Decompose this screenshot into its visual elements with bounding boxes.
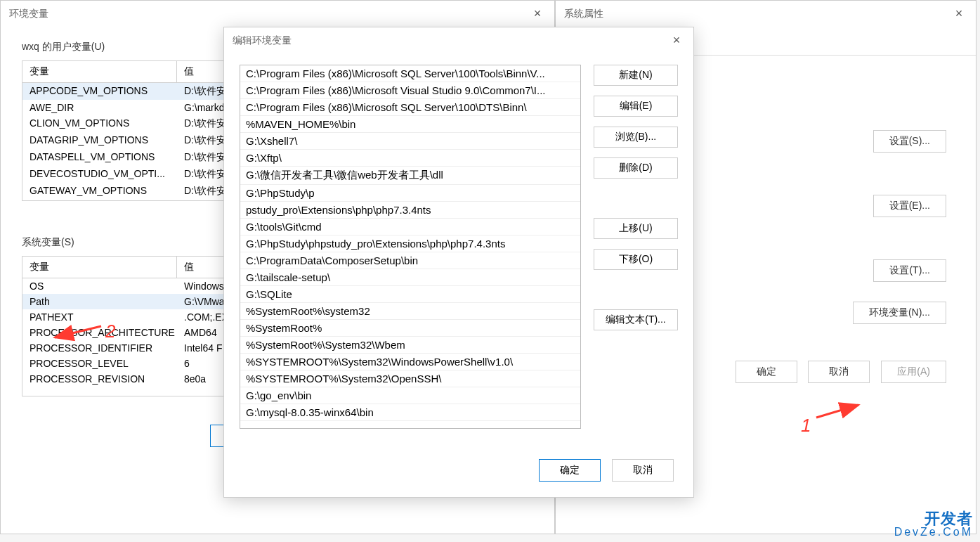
new-button[interactable]: 新建(N) xyxy=(594,65,678,86)
ok-button[interactable]: 确定 xyxy=(736,361,797,383)
sysprops-title: 系统属性 xyxy=(564,8,603,20)
var-name: DATAGRIP_VM_OPTIONS xyxy=(22,132,177,149)
col-variable: 变量 xyxy=(22,61,177,82)
path-item[interactable]: %SystemRoot%\system32 xyxy=(240,303,580,320)
move-down-button[interactable]: 下移(O) xyxy=(594,249,678,270)
path-item[interactable]: C:\ProgramData\ComposerSetup\bin xyxy=(240,252,580,269)
path-item[interactable]: G:\tools\Git\cmd xyxy=(240,219,580,235)
close-icon[interactable]: × xyxy=(950,6,967,21)
edit-button[interactable]: 编辑(E) xyxy=(594,96,678,117)
var-name: CLION_VM_OPTIONS xyxy=(22,115,177,132)
var-name: PROCESSOR_ARCHITECTURE xyxy=(22,325,177,340)
path-item[interactable]: G:\PhpStudy\phpstudy_pro\Extensions\php\… xyxy=(240,235,580,252)
var-name: Path xyxy=(22,294,177,309)
env-vars-title: 环境变量 xyxy=(9,8,48,20)
sysprops-titlebar: 系统属性 × xyxy=(556,1,976,27)
path-item[interactable]: %SYSTEMROOT%\System32\WindowsPowerShell\… xyxy=(240,354,580,370)
path-item[interactable]: G:\SQLite xyxy=(240,286,580,303)
path-item[interactable]: C:\Program Files (x86)\Microsoft SQL Ser… xyxy=(240,99,580,116)
path-item[interactable]: G:\tailscale-setup\ xyxy=(240,269,580,286)
path-item[interactable]: G:\go_env\bin xyxy=(240,387,580,404)
watermark-line1: 开发者 xyxy=(894,511,973,527)
path-item[interactable]: G:\PhpStudy\p xyxy=(240,185,580,202)
env-vars-button[interactable]: 环境变量(N)... xyxy=(853,302,946,324)
editvar-side-buttons: 新建(N) 编辑(E) 浏览(B)... 删除(D) 上移(U) 下移(O) 编… xyxy=(594,65,678,429)
edit-text-button[interactable]: 编辑文本(T)... xyxy=(594,309,678,330)
var-name: AWE_DIR xyxy=(22,100,177,115)
settings-e-button[interactable]: 设置(E)... xyxy=(873,195,946,217)
cancel-button[interactable]: 取消 xyxy=(808,361,870,383)
path-item[interactable]: %SYSTEMROOT%\System32\OpenSSH\ xyxy=(240,370,580,387)
var-name: GATEWAY_VM_OPTIONS xyxy=(22,183,177,200)
watermark: 开发者 DevZe.CoM xyxy=(894,511,973,538)
path-item[interactable]: C:\Program Files (x86)\Microsoft SQL Ser… xyxy=(240,65,580,82)
editvar-titlebar: 编辑环境变量 × xyxy=(224,27,693,53)
apply-button[interactable]: 应用(A) xyxy=(881,361,946,383)
path-item[interactable]: %MAVEN_HOME%\bin xyxy=(240,116,580,133)
browse-button[interactable]: 浏览(B)... xyxy=(594,127,678,148)
env-vars-titlebar: 环境变量 × xyxy=(1,1,554,27)
col-variable: 变量 xyxy=(22,257,177,278)
path-item[interactable]: G:\mysql-8.0.35-winx64\bin xyxy=(240,404,580,421)
watermark-line2: DevZe.CoM xyxy=(894,527,973,538)
editvar-bottom-buttons: 确定 取消 xyxy=(535,459,678,482)
path-item[interactable]: %SystemRoot% xyxy=(240,320,580,337)
close-icon[interactable]: × xyxy=(529,6,546,21)
settings-t-button[interactable]: 设置(T)... xyxy=(873,259,946,282)
var-name: PROCESSOR_IDENTIFIER xyxy=(22,340,177,356)
settings-s-button[interactable]: 设置(S)... xyxy=(873,130,946,153)
close-icon[interactable]: × xyxy=(668,33,685,48)
path-list[interactable]: C:\Program Files (x86)\Microsoft SQL Ser… xyxy=(240,65,581,429)
var-name: OS xyxy=(22,278,177,294)
var-name: PATHEXT xyxy=(22,309,177,325)
delete-button[interactable]: 删除(D) xyxy=(594,157,678,179)
edit-env-var-dialog: 编辑环境变量 × C:\Program Files (x86)\Microsof… xyxy=(223,27,694,498)
path-item[interactable]: C:\Program Files (x86)\Microsoft Visual … xyxy=(240,82,580,99)
path-item[interactable]: G:\Xftp\ xyxy=(240,150,580,167)
editvar-title: 编辑环境变量 xyxy=(233,34,292,47)
path-item[interactable]: G:\微信开发者工具\微信web开发者工具\dll xyxy=(240,167,580,185)
cancel-button[interactable]: 取消 xyxy=(612,459,674,482)
var-name: DATASPELL_VM_OPTIONS xyxy=(22,149,177,166)
ok-button[interactable]: 确定 xyxy=(539,459,601,482)
move-up-button[interactable]: 上移(U) xyxy=(594,218,678,239)
path-item[interactable]: %SystemRoot%\System32\Wbem xyxy=(240,337,580,354)
var-name: DEVECOSTUDIO_VM_OPTI... xyxy=(22,166,177,183)
path-item[interactable]: pstudy_pro\Extensions\php\php7.3.4nts xyxy=(240,202,580,219)
path-item[interactable]: G:\Xshell7\ xyxy=(240,133,580,150)
var-name: APPCODE_VM_OPTIONS xyxy=(22,83,177,100)
var-name: PROCESSOR_LEVEL xyxy=(22,356,177,371)
var-name: PROCESSOR_REVISION xyxy=(22,371,177,387)
